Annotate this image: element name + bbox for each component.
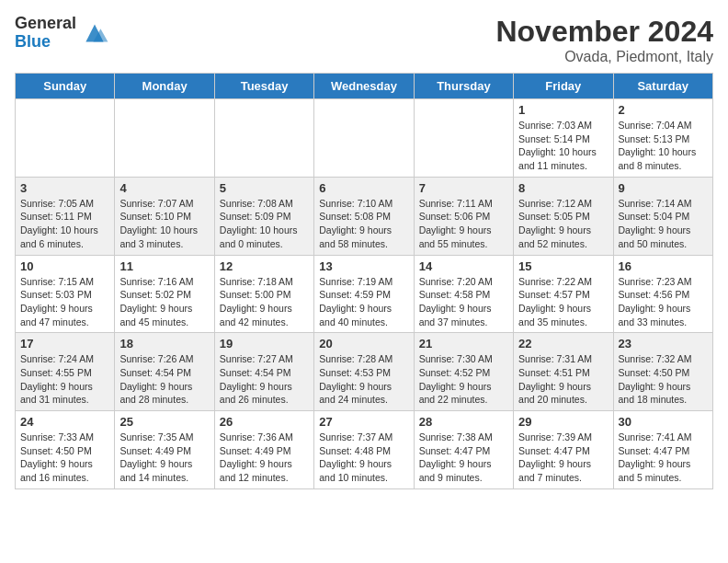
logo-general-text: General [15, 15, 76, 33]
cell-info: Sunrise: 7:33 AMSunset: 4:50 PMDaylight:… [20, 431, 94, 483]
day-number: 3 [20, 181, 109, 195]
calendar-cell [115, 99, 214, 178]
calendar-cell: 27Sunrise: 7:37 AMSunset: 4:48 PMDayligh… [314, 411, 414, 489]
cell-info: Sunrise: 7:23 AMSunset: 4:56 PMDaylight:… [619, 276, 692, 327]
day-number: 16 [619, 259, 708, 273]
cell-info: Sunrise: 7:36 AMSunset: 4:49 PMDaylight:… [220, 431, 293, 483]
day-number: 11 [119, 259, 209, 273]
weekday-header-wednesday: Wednesday [314, 74, 414, 99]
day-number: 12 [220, 259, 309, 273]
day-number: 19 [220, 337, 309, 350]
cell-info: Sunrise: 7:18 AMSunset: 5:00 PMDaylight:… [220, 276, 293, 327]
day-number: 7 [419, 181, 508, 195]
calendar-cell [414, 99, 513, 178]
calendar-cell: 19Sunrise: 7:27 AMSunset: 4:54 PMDayligh… [214, 333, 313, 411]
calendar-week-5: 24Sunrise: 7:33 AMSunset: 4:50 PMDayligh… [16, 411, 713, 489]
cell-info: Sunrise: 7:22 AMSunset: 4:57 PMDaylight:… [518, 276, 592, 327]
day-number: 20 [319, 337, 408, 350]
calendar-cell: 3Sunrise: 7:05 AMSunset: 5:11 PMDaylight… [16, 177, 115, 255]
cell-info: Sunrise: 7:37 AMSunset: 4:48 PMDaylight:… [319, 431, 392, 483]
calendar-cell: 30Sunrise: 7:41 AMSunset: 4:47 PMDayligh… [613, 411, 712, 489]
calendar-cell: 18Sunrise: 7:26 AMSunset: 4:54 PMDayligh… [115, 333, 214, 411]
cell-info: Sunrise: 7:41 AMSunset: 4:47 PMDaylight:… [619, 431, 692, 483]
cell-info: Sunrise: 7:28 AMSunset: 4:53 PMDaylight:… [319, 353, 392, 405]
calendar-cell: 29Sunrise: 7:39 AMSunset: 4:47 PMDayligh… [514, 411, 613, 489]
cell-info: Sunrise: 7:04 AMSunset: 5:13 PMDaylight:… [619, 120, 697, 171]
calendar-cell: 28Sunrise: 7:38 AMSunset: 4:47 PMDayligh… [414, 411, 513, 489]
day-number: 8 [518, 181, 608, 195]
location: Ovada, Piedmont, Italy [495, 49, 713, 65]
day-number: 24 [20, 415, 109, 429]
cell-info: Sunrise: 7:30 AMSunset: 4:52 PMDaylight:… [419, 353, 493, 405]
day-number: 29 [518, 415, 608, 429]
day-number: 25 [119, 415, 209, 429]
cell-info: Sunrise: 7:19 AMSunset: 4:59 PMDaylight:… [319, 276, 392, 327]
calendar-cell [16, 99, 115, 178]
cell-info: Sunrise: 7:26 AMSunset: 4:54 PMDaylight:… [119, 353, 193, 405]
day-number: 9 [619, 181, 708, 195]
day-number: 1 [518, 103, 608, 117]
calendar-cell: 10Sunrise: 7:15 AMSunset: 5:03 PMDayligh… [16, 255, 115, 333]
calendar-cell: 4Sunrise: 7:07 AMSunset: 5:10 PMDaylight… [115, 177, 214, 255]
cell-info: Sunrise: 7:16 AMSunset: 5:02 PMDaylight:… [119, 276, 193, 327]
calendar-cell: 12Sunrise: 7:18 AMSunset: 5:00 PMDayligh… [214, 255, 313, 333]
logo: General Blue [15, 15, 109, 52]
logo-blue-text: Blue [15, 33, 76, 52]
calendar-cell: 11Sunrise: 7:16 AMSunset: 5:02 PMDayligh… [115, 255, 214, 333]
calendar-cell: 2Sunrise: 7:04 AMSunset: 5:13 PMDaylight… [613, 99, 712, 178]
day-number: 22 [518, 337, 608, 350]
weekday-header-friday: Friday [514, 74, 613, 99]
calendar-cell: 5Sunrise: 7:08 AMSunset: 5:09 PMDaylight… [214, 177, 313, 255]
day-number: 23 [619, 337, 708, 350]
day-number: 6 [319, 181, 408, 195]
calendar-week-3: 10Sunrise: 7:15 AMSunset: 5:03 PMDayligh… [16, 255, 713, 333]
calendar-cell: 6Sunrise: 7:10 AMSunset: 5:08 PMDaylight… [314, 177, 414, 255]
cell-info: Sunrise: 7:32 AMSunset: 4:50 PMDaylight:… [619, 353, 692, 405]
cell-info: Sunrise: 7:03 AMSunset: 5:14 PMDaylight:… [518, 120, 597, 171]
calendar-cell: 9Sunrise: 7:14 AMSunset: 5:04 PMDaylight… [613, 177, 712, 255]
day-number: 14 [419, 259, 508, 273]
calendar-cell: 17Sunrise: 7:24 AMSunset: 4:55 PMDayligh… [16, 333, 115, 411]
calendar-cell: 16Sunrise: 7:23 AMSunset: 4:56 PMDayligh… [613, 255, 712, 333]
cell-info: Sunrise: 7:20 AMSunset: 4:58 PMDaylight:… [419, 276, 493, 327]
cell-info: Sunrise: 7:10 AMSunset: 5:08 PMDaylight:… [319, 198, 392, 249]
cell-info: Sunrise: 7:08 AMSunset: 5:09 PMDaylight:… [220, 198, 298, 249]
day-number: 10 [20, 259, 109, 273]
day-number: 30 [619, 415, 708, 429]
cell-info: Sunrise: 7:14 AMSunset: 5:04 PMDaylight:… [619, 198, 692, 249]
header: General Blue November 2024 Ovada, Piedmo… [15, 15, 713, 65]
day-number: 15 [518, 259, 608, 273]
day-number: 18 [119, 337, 209, 350]
cell-info: Sunrise: 7:15 AMSunset: 5:03 PMDaylight:… [20, 276, 94, 327]
calendar-cell: 7Sunrise: 7:11 AMSunset: 5:06 PMDaylight… [414, 177, 513, 255]
cell-info: Sunrise: 7:35 AMSunset: 4:49 PMDaylight:… [119, 431, 193, 483]
calendar-cell: 1Sunrise: 7:03 AMSunset: 5:14 PMDaylight… [514, 99, 613, 178]
calendar-cell: 21Sunrise: 7:30 AMSunset: 4:52 PMDayligh… [414, 333, 513, 411]
day-number: 27 [319, 415, 408, 429]
cell-info: Sunrise: 7:11 AMSunset: 5:06 PMDaylight:… [419, 198, 493, 249]
cell-info: Sunrise: 7:27 AMSunset: 4:54 PMDaylight:… [220, 353, 293, 405]
day-number: 4 [119, 181, 209, 195]
cell-info: Sunrise: 7:12 AMSunset: 5:05 PMDaylight:… [518, 198, 592, 249]
logo-icon [80, 18, 109, 48]
weekday-header-sunday: Sunday [16, 74, 115, 99]
cell-info: Sunrise: 7:38 AMSunset: 4:47 PMDaylight:… [419, 431, 493, 483]
calendar-cell [214, 99, 313, 178]
calendar-cell: 24Sunrise: 7:33 AMSunset: 4:50 PMDayligh… [16, 411, 115, 489]
calendar-cell: 13Sunrise: 7:19 AMSunset: 4:59 PMDayligh… [314, 255, 414, 333]
calendar-cell: 8Sunrise: 7:12 AMSunset: 5:05 PMDaylight… [514, 177, 613, 255]
day-number: 26 [220, 415, 309, 429]
calendar-cell: 14Sunrise: 7:20 AMSunset: 4:58 PMDayligh… [414, 255, 513, 333]
weekday-header-thursday: Thursday [414, 74, 513, 99]
day-number: 28 [419, 415, 508, 429]
cell-info: Sunrise: 7:07 AMSunset: 5:10 PMDaylight:… [119, 198, 198, 249]
calendar-cell: 23Sunrise: 7:32 AMSunset: 4:50 PMDayligh… [613, 333, 712, 411]
calendar-cell: 25Sunrise: 7:35 AMSunset: 4:49 PMDayligh… [115, 411, 214, 489]
weekday-header-tuesday: Tuesday [214, 74, 313, 99]
calendar-cell: 15Sunrise: 7:22 AMSunset: 4:57 PMDayligh… [514, 255, 613, 333]
weekday-header-saturday: Saturday [613, 74, 712, 99]
cell-info: Sunrise: 7:39 AMSunset: 4:47 PMDaylight:… [518, 431, 592, 483]
calendar-cell [314, 99, 414, 178]
day-number: 17 [20, 337, 109, 350]
day-number: 5 [220, 181, 309, 195]
